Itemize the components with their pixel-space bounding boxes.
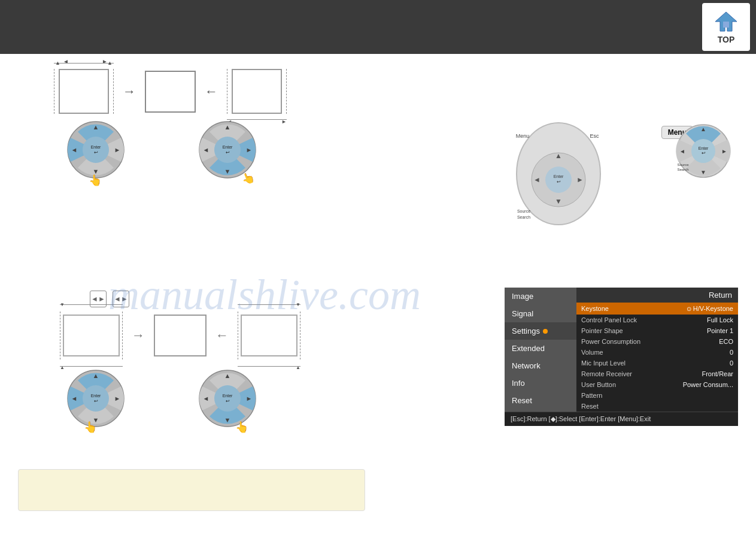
rr-value: Front/Rear <box>702 370 733 377</box>
menu-nav-info[interactable]: Info <box>505 374 576 392</box>
menu-row-remote-receiver[interactable]: Remote Receiver Front/Rear <box>576 368 738 379</box>
bottom-ctrl-left-svg: Enter ↩ ▲ ▼ ◄ ► <box>66 368 126 428</box>
bottom-screen-3: ▼ ▲ <box>238 312 300 359</box>
menu-row-keystone[interactable]: Keystone ⊙ H/V-Keystone <box>576 303 738 315</box>
svg-text:►: ► <box>721 148 727 155</box>
svg-text:►: ► <box>246 146 253 153</box>
svg-text:↩: ↩ <box>94 398 98 404</box>
svg-text:Enter: Enter <box>223 394 233 398</box>
svg-text:Enter: Enter <box>223 145 233 149</box>
svg-text:◄: ◄ <box>679 148 685 155</box>
pattern-label: Pattern <box>581 392 733 399</box>
svg-text:Search: Search <box>677 168 688 171</box>
menu-content: Return Keystone ⊙ H/V-Keystone Control P… <box>576 288 738 412</box>
keystone-label: Keystone <box>581 305 687 312</box>
svg-text:↩: ↩ <box>702 150 706 156</box>
svg-text:◄: ◄ <box>203 395 210 402</box>
arrow-left-1: ← <box>205 84 218 99</box>
menu-row-reset[interactable]: Reset <box>576 401 738 412</box>
svg-text:Enter: Enter <box>554 174 564 179</box>
menu-row-pointer-shape[interactable]: Pointer Shape Pointer 1 <box>576 325 738 336</box>
settings-menu-container: Image Signal Settings Extended Network I… <box>505 288 738 426</box>
svg-text:►: ► <box>246 395 253 402</box>
bottom-ctrl-right-svg: Enter ↩ ▲ ▼ ◄ ► <box>198 368 257 428</box>
menu-row-mic-input[interactable]: Mic Input Level 0 <box>576 358 738 368</box>
menu-nav-extended[interactable]: Extended <box>505 340 576 357</box>
bottom-controller-right: Enter ↩ ▲ ▼ ◄ ► 👆 <box>198 368 257 431</box>
cpl-label: Control Panel Lock <box>581 316 707 324</box>
right-nav-controller: Enter ↩ ▲ ▼ ◄ ► Source Search <box>675 123 732 182</box>
menu-row-control-panel-lock[interactable]: Control Panel Lock Full Lock <box>576 315 738 325</box>
top-diagram-row: ◄ ► ▲ ▲ → ← <box>54 69 287 114</box>
menu-layout: Image Signal Settings Extended Network I… <box>505 288 738 412</box>
menu-status-bar: [Esc]:Return [◆]:Select [Enter]:Enter [M… <box>505 412 738 426</box>
rr-label: Remote Receiver <box>581 370 702 377</box>
pc-value: ECO <box>719 338 733 345</box>
svg-text:↩: ↩ <box>226 150 230 155</box>
menu-header: Return <box>576 288 738 303</box>
svg-text:◄: ◄ <box>71 146 78 153</box>
settings-indicator <box>543 329 548 334</box>
svg-text:▲: ▲ <box>93 123 99 131</box>
svg-text:►: ► <box>576 176 584 184</box>
cpl-value: Full Lock <box>707 316 733 324</box>
pc-label: Power Consumption <box>581 338 719 345</box>
menu-row-pattern[interactable]: Pattern <box>576 390 738 401</box>
header: TOP <box>0 0 756 54</box>
svg-text:▲: ▲ <box>224 372 231 379</box>
bottom-controller-left: Enter ↩ ▲ ▼ ◄ ► 👆 <box>66 368 126 431</box>
svg-text:Source: Source <box>517 209 530 213</box>
menu-row-power-consumption[interactable]: Power Consumption ECO <box>576 336 738 347</box>
controller-left-svg: Enter ↩ ▲ ▼ ◄ ► <box>66 120 126 180</box>
vol-label: Volume <box>581 349 730 356</box>
svg-text:◄: ◄ <box>533 176 541 184</box>
mic-value: 0 <box>730 359 733 367</box>
ps-value: Pointer 1 <box>707 327 733 334</box>
screen-diagram-2 <box>145 71 196 113</box>
mic-label: Mic Input Level <box>581 359 730 367</box>
menu-row-volume[interactable]: Volume 0 <box>576 347 738 358</box>
svg-text:▲: ▲ <box>93 372 99 379</box>
svg-text:▼: ▼ <box>555 197 562 205</box>
svg-text:►: ► <box>114 395 121 402</box>
menu-row-user-button[interactable]: User Button Power Consum... <box>576 379 738 390</box>
svg-text:◄: ◄ <box>203 146 210 153</box>
menu-nav-network[interactable]: Network <box>505 357 576 374</box>
screen-diagram-3: ◄ ► <box>227 69 287 114</box>
keystone-value: ⊙ H/V-Keystone <box>687 305 733 312</box>
ub-value: Power Consum... <box>683 381 733 388</box>
reset-label: Reset <box>581 403 733 410</box>
menu-nav-reset[interactable]: Reset <box>505 392 576 409</box>
svg-text:►: ► <box>114 146 121 153</box>
screen-diagram-1: ▲ ▲ <box>54 69 114 114</box>
svg-text:Search: Search <box>517 215 530 219</box>
svg-text:Enter: Enter <box>91 394 101 398</box>
svg-text:▼: ▼ <box>700 169 706 176</box>
arrow-right-1: → <box>123 84 136 99</box>
svg-text:Menu: Menu <box>516 133 530 139</box>
bottom-diagram-row: ▼ ▲ → ← ▼ ▲ <box>60 312 300 359</box>
bottom-arrow-right: → <box>132 328 145 343</box>
svg-text:Esc: Esc <box>590 133 599 139</box>
top-home-icon[interactable]: TOP <box>702 3 750 51</box>
ps-label: Pointer Shape <box>581 327 707 334</box>
menu-nav-image[interactable]: Image <box>505 288 576 305</box>
svg-rect-1 <box>723 22 729 28</box>
bottom-controllers-row: Enter ↩ ▲ ▼ ◄ ► 👆 Enter ↩ ▲ ▼ <box>66 368 257 431</box>
vol-value: 0 <box>730 349 733 356</box>
remote-illustration: Enter ↩ ▲ ▼ ◄ ► Menu Esc Source Search <box>511 120 606 230</box>
note-box <box>18 469 365 511</box>
menu-nav-signal[interactable]: Signal <box>505 305 576 322</box>
svg-text:↩: ↩ <box>557 179 561 185</box>
bottom-screen-1: ▼ ▲ <box>60 312 123 359</box>
svg-text:▼: ▼ <box>224 168 231 175</box>
menu-nav-settings[interactable]: Settings <box>505 322 576 340</box>
bottom-screen-center <box>154 315 207 356</box>
svg-text:◄: ◄ <box>71 395 78 402</box>
svg-text:▲: ▲ <box>555 152 562 160</box>
svg-text:Enter: Enter <box>91 145 101 149</box>
bottom-arrow-left: ← <box>215 328 229 343</box>
house-svg <box>714 10 738 34</box>
ub-label: User Button <box>581 381 683 388</box>
svg-text:▲: ▲ <box>224 123 231 131</box>
